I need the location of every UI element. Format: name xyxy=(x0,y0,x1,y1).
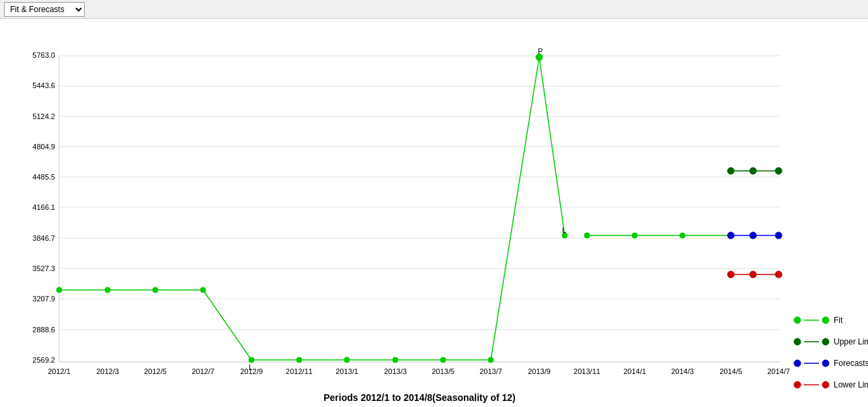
svg-text:5443.6: 5443.6 xyxy=(32,81,55,89)
svg-text:2012/11: 2012/11 xyxy=(286,367,313,375)
svg-text:2014/5: 2014/5 xyxy=(719,367,742,375)
svg-point-41 xyxy=(56,287,62,293)
svg-point-84 xyxy=(822,338,829,345)
svg-point-75 xyxy=(727,271,734,278)
svg-point-88 xyxy=(822,360,829,367)
svg-point-86 xyxy=(794,360,801,367)
svg-text:2013/3: 2013/3 xyxy=(384,367,407,375)
svg-text:2013/7: 2013/7 xyxy=(479,367,502,375)
svg-point-70 xyxy=(727,232,734,239)
svg-text:5763.0: 5763.0 xyxy=(32,51,55,59)
svg-text:Periods 2012/1 to 2014/8(Seaso: Periods 2012/1 to 2014/8(Seasonality of … xyxy=(323,392,516,403)
svg-point-72 xyxy=(775,232,782,239)
svg-text:2012/3: 2012/3 xyxy=(96,367,119,375)
svg-text:2012/7: 2012/7 xyxy=(192,367,214,375)
svg-point-51 xyxy=(440,357,446,363)
svg-text:2013/9: 2013/9 xyxy=(528,367,551,375)
svg-point-67 xyxy=(775,168,782,174)
svg-text:2013/5: 2013/5 xyxy=(432,367,455,375)
svg-point-65 xyxy=(727,168,734,174)
svg-text:3846.7: 3846.7 xyxy=(32,234,55,242)
svg-text:4166.1: 4166.1 xyxy=(32,203,55,211)
svg-point-71 xyxy=(750,232,756,239)
svg-text:2013/11: 2013/11 xyxy=(574,367,600,375)
svg-point-82 xyxy=(794,338,801,345)
svg-text:4804.9: 4804.9 xyxy=(32,143,55,151)
svg-text:L: L xyxy=(562,226,566,234)
svg-text:L: L xyxy=(249,363,253,371)
svg-point-43 xyxy=(153,287,158,293)
svg-point-80 xyxy=(822,317,829,324)
svg-text:Fit: Fit xyxy=(834,316,843,325)
svg-point-90 xyxy=(794,381,801,388)
svg-text:5124.2: 5124.2 xyxy=(32,112,55,120)
svg-point-61 xyxy=(680,233,685,238)
svg-text:2013/1: 2013/1 xyxy=(336,367,358,375)
chart-type-dropdown[interactable]: Fit & Forecasts Residuals ACF/PACF xyxy=(4,2,85,17)
svg-text:4485.5: 4485.5 xyxy=(32,173,55,181)
svg-point-59 xyxy=(584,233,590,238)
top-bar: Fit & Forecasts Residuals ACF/PACF xyxy=(0,0,868,19)
svg-point-42 xyxy=(105,287,110,293)
svg-text:Upper Limit: Upper Limit xyxy=(834,337,868,346)
main-chart-svg: 5763.0 5443.6 5124.2 4804.9 4485.5 4166.… xyxy=(0,19,868,407)
svg-text:2014/1: 2014/1 xyxy=(623,367,646,375)
svg-point-66 xyxy=(750,168,756,174)
svg-text:2569.2: 2569.2 xyxy=(32,356,55,364)
svg-text:2014/7: 2014/7 xyxy=(767,367,790,375)
svg-text:Forecasts: Forecasts xyxy=(834,359,868,368)
svg-text:2014/3: 2014/3 xyxy=(671,367,694,375)
svg-text:Lower Limit: Lower Limit xyxy=(834,380,868,390)
svg-point-77 xyxy=(775,271,782,278)
svg-text:2888.6: 2888.6 xyxy=(32,326,55,334)
chart-area: Fit and Forecasts - 29VALUES 5763.0 5443… xyxy=(0,19,868,407)
svg-rect-0 xyxy=(0,19,868,407)
svg-point-78 xyxy=(794,317,801,324)
svg-point-92 xyxy=(822,381,829,388)
svg-text:3207.9: 3207.9 xyxy=(32,295,55,303)
svg-text:2012/1: 2012/1 xyxy=(48,367,71,375)
svg-point-49 xyxy=(344,357,350,363)
svg-text:2012/5: 2012/5 xyxy=(144,367,167,375)
svg-point-76 xyxy=(750,271,756,278)
svg-point-50 xyxy=(393,357,398,363)
svg-point-48 xyxy=(297,357,302,363)
svg-text:P: P xyxy=(538,47,543,55)
svg-text:3527.3: 3527.3 xyxy=(32,264,55,272)
svg-point-60 xyxy=(632,233,637,238)
